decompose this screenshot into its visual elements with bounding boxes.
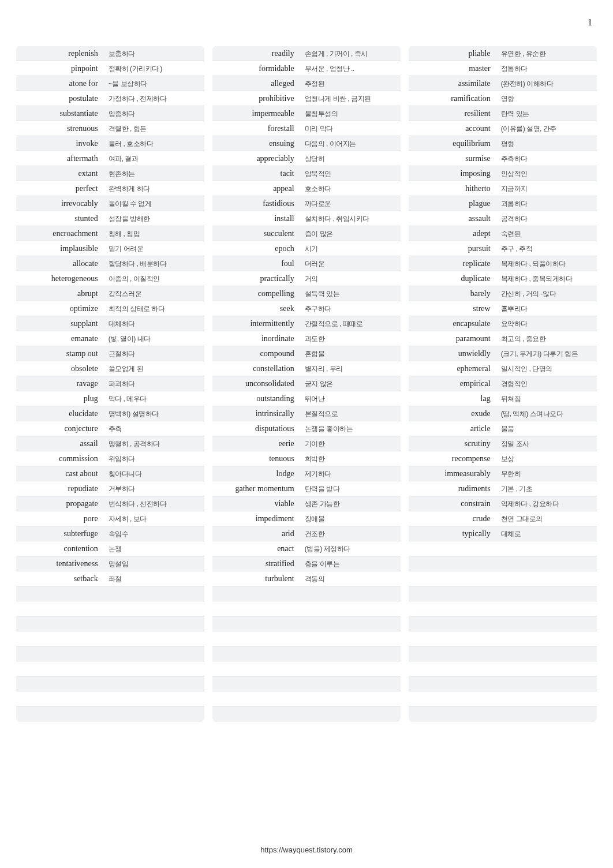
vocab-row: article물품 xyxy=(409,421,597,436)
vocab-term: pore xyxy=(16,514,104,523)
vocab-definition: (완전히) 이해하다 xyxy=(496,79,597,89)
vocab-definition: 보충하다 xyxy=(104,49,204,59)
vocab-definition: 쓸모없게 된 xyxy=(104,364,204,374)
vocab-definition: 최적의 상태로 하다 xyxy=(104,304,204,314)
vocab-row: adept숙련된 xyxy=(409,226,597,241)
vocab-term: conjecture xyxy=(16,424,104,433)
vocab-term: assail xyxy=(16,439,104,448)
vocab-definition: 갑작스러운 xyxy=(104,289,204,299)
vocab-term: ramification xyxy=(409,94,496,103)
vocab-row xyxy=(409,691,597,706)
vocab-row: appreciably상당히 xyxy=(212,151,401,166)
vocab-row xyxy=(16,646,204,661)
vocab-definition: 과도한 xyxy=(300,334,401,344)
vocab-term: stamp out xyxy=(16,349,104,358)
vocab-row: pursuit추구 , 추적 xyxy=(409,241,597,256)
vocab-term: constrain xyxy=(409,499,496,508)
vocab-definition: 최고의 , 중요한 xyxy=(496,334,597,344)
vocab-term: unwieldly xyxy=(409,349,496,358)
vocab-definition: 불러 , 호소하다 xyxy=(104,139,204,149)
vocab-term: aftermath xyxy=(16,154,104,163)
vocab-term: pursuit xyxy=(409,244,496,253)
vocab-term: plague xyxy=(409,199,496,208)
vocab-term: adept xyxy=(409,229,496,238)
vocab-row: invoke불러 , 호소하다 xyxy=(16,136,204,151)
vocab-row: alleged추정된 xyxy=(212,76,401,91)
vocab-row: ravage파괴하다 xyxy=(16,376,204,391)
vocab-term: empirical xyxy=(409,379,496,388)
vocab-term: outstanding xyxy=(212,394,300,403)
vocab-row xyxy=(16,631,204,646)
vocab-row xyxy=(409,646,597,661)
vocab-term: readily xyxy=(212,49,300,58)
vocab-term xyxy=(212,669,300,669)
vocab-definition: 침해 , 침입 xyxy=(104,229,204,239)
vocab-definition: 기이한 xyxy=(300,439,401,449)
vocab-term: intermittently xyxy=(212,319,300,328)
vocab-definition: 자세히 , 보다 xyxy=(104,514,204,524)
vocab-definition: 영향 xyxy=(496,94,597,104)
vocab-term xyxy=(16,654,104,654)
vocab-definition: 성장을 방해한 xyxy=(104,214,204,224)
vocab-row xyxy=(16,691,204,706)
vocab-term: recompense xyxy=(409,454,496,463)
vocab-row: lag뒤쳐짐 xyxy=(409,391,597,406)
vocab-definition: 정확히 (가리키다 ) xyxy=(104,64,204,74)
vocab-term: pinpoint xyxy=(16,64,104,73)
vocab-row: constrain억제하다 , 강요하다 xyxy=(409,496,597,511)
vocab-row: formidable무서운 , 엄청난 .. xyxy=(212,61,401,76)
vocab-definition: 더러운 xyxy=(300,259,401,269)
vocab-definition: 믿기 어려운 xyxy=(104,244,204,254)
vocab-row xyxy=(212,676,401,691)
vocab-term: contention xyxy=(16,544,104,553)
vocab-term xyxy=(212,639,300,639)
vocab-definition: 파괴하다 xyxy=(104,379,204,389)
vocab-row: lodge제기하다 xyxy=(212,466,401,481)
vocab-definition: (빛, 열이) 내다 xyxy=(104,334,204,344)
vocab-term: tentativeness xyxy=(16,559,104,568)
vocab-term: ephemeral xyxy=(409,364,496,373)
vocab-row: fastidious까다로운 xyxy=(212,196,401,211)
vocab-term: optimize xyxy=(16,304,104,313)
vocab-definition: 엄청나게 비싼 , 금지된 xyxy=(300,94,401,104)
page: 1 replenish보충하다pinpoint정확히 (가리키다 )atone … xyxy=(0,0,613,868)
vocab-definition xyxy=(496,579,597,579)
vocab-row xyxy=(409,631,597,646)
vocab-row: disputatious논쟁을 좋아하는 xyxy=(212,421,401,436)
vocab-term: lodge xyxy=(212,469,300,478)
vocab-definition xyxy=(300,609,401,609)
vocab-definition: 복제하다 , 되풀이하다 xyxy=(496,259,597,269)
vocab-definition: 추구하다 xyxy=(300,304,401,314)
vocab-term: foul xyxy=(212,259,300,268)
vocab-row xyxy=(212,691,401,706)
vocab-definition: 보상 xyxy=(496,454,597,464)
vocab-term: setback xyxy=(16,574,104,583)
vocab-definition: 거의 xyxy=(300,274,401,284)
vocab-term: surmise xyxy=(409,154,496,163)
vocab-definition xyxy=(104,594,204,594)
vocab-definition: 맹렬히 , 공격하다 xyxy=(104,439,204,449)
vocab-row: obsolete쓸모없게 된 xyxy=(16,361,204,376)
vocab-row xyxy=(409,676,597,691)
vocab-row: atone for~을 보상하다 xyxy=(16,76,204,91)
vocab-definition xyxy=(496,684,597,684)
vocab-row: crude천연 그대로의 xyxy=(409,511,597,526)
vocab-definition: 시기 xyxy=(300,244,401,254)
vocab-definition: 본질적으로 xyxy=(300,409,401,419)
vocab-row: elucidate명백히) 설명하다 xyxy=(16,406,204,421)
vocab-definition: 입증하다 xyxy=(104,109,204,119)
vocab-row: viable생존 가능한 xyxy=(212,496,401,511)
vocab-term: repudiate xyxy=(16,484,104,493)
vocab-definition: 억제하다 , 강요하다 xyxy=(496,499,597,509)
vocab-term: gather momentum xyxy=(212,484,300,493)
vocab-term: allocate xyxy=(16,259,104,268)
vocab-row: abrupt갑작스러운 xyxy=(16,286,204,301)
vocab-term: commission xyxy=(16,454,104,463)
footer-url: https://wayquest.tistory.com xyxy=(0,845,613,854)
vocab-row: prohibitive엄청나게 비싼 , 금지된 xyxy=(212,91,401,106)
vocab-term: prohibitive xyxy=(212,94,300,103)
vocab-term xyxy=(16,609,104,609)
vocab-term: implausible xyxy=(16,244,104,253)
vocab-term xyxy=(212,594,300,594)
vocab-row: pliable유연한 , 유순한 xyxy=(409,46,597,61)
